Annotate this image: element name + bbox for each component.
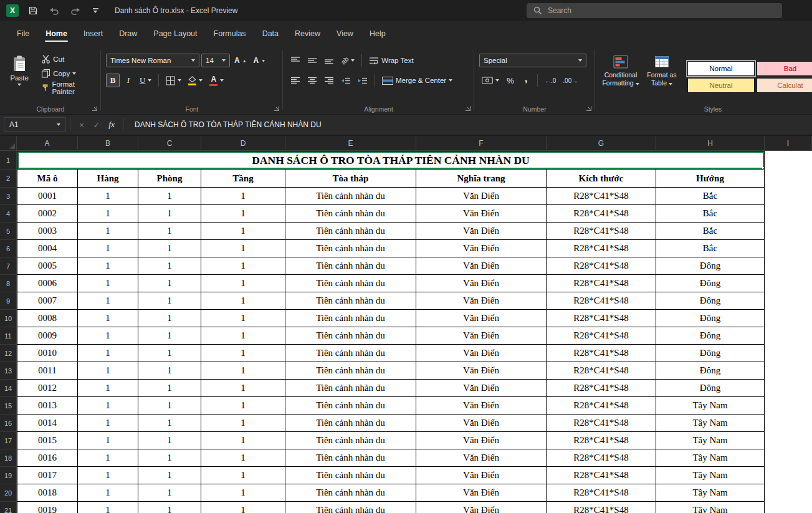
font-dialog-launcher[interactable] — [274, 106, 279, 111]
data-cell[interactable]: Tiên cảnh nhàn du — [285, 432, 416, 449]
data-cell[interactable]: 1 — [201, 380, 285, 397]
cell[interactable] — [765, 275, 812, 292]
ribbon-tab-home[interactable]: Home — [37, 24, 75, 45]
font-size-select[interactable]: 14 — [201, 54, 230, 67]
cell[interactable] — [765, 467, 812, 484]
data-cell[interactable]: Đông — [656, 362, 765, 380]
data-cell[interactable]: 1 — [78, 345, 138, 362]
data-cell[interactable]: Văn Điển — [416, 188, 547, 205]
search-box[interactable]: Search — [527, 3, 782, 18]
data-cell[interactable]: Văn Điển — [416, 432, 547, 449]
data-cell[interactable]: Văn Điển — [416, 292, 547, 310]
row-header-4[interactable]: 4 — [0, 205, 17, 223]
data-cell[interactable]: Tiên cảnh nhàn du — [285, 362, 416, 380]
row-header-10[interactable]: 10 — [0, 310, 17, 327]
column-header-H[interactable]: H — [656, 136, 765, 151]
data-cell[interactable]: Tiên cảnh nhàn du — [285, 240, 416, 257]
data-cell[interactable]: R28*C41*S48 — [547, 415, 656, 432]
cell[interactable] — [765, 397, 812, 415]
cell[interactable] — [765, 415, 812, 432]
align-bottom-button[interactable] — [322, 54, 337, 67]
data-cell[interactable]: 1 — [78, 223, 138, 240]
data-cell[interactable]: 1 — [201, 432, 285, 449]
ribbon-tab-insert[interactable]: Insert — [75, 24, 111, 45]
increase-indent-button[interactable] — [355, 74, 370, 87]
align-left-button[interactable] — [288, 74, 303, 87]
data-cell[interactable]: Văn Điển — [416, 467, 547, 484]
data-cell[interactable]: 1 — [201, 362, 285, 380]
data-cell[interactable]: 1 — [78, 362, 138, 380]
decrease-decimal-button[interactable]: .00→ — [560, 74, 580, 87]
merged-title-cell[interactable]: DANH SÁCH Ô TRO TÒA THÁP TIÊN CẢNH NHÀN … — [17, 151, 765, 170]
align-right-button[interactable] — [322, 74, 337, 87]
data-cell[interactable]: R28*C41*S48 — [547, 484, 656, 502]
data-cell[interactable]: Tiên cảnh nhàn du — [285, 275, 416, 292]
data-cell[interactable]: 1 — [201, 275, 285, 292]
enter-button[interactable]: ✓ — [89, 117, 104, 132]
data-cell[interactable]: 1 — [138, 362, 201, 380]
align-middle-button[interactable] — [305, 54, 320, 67]
data-cell[interactable]: Văn Điển — [416, 449, 547, 467]
header-cell[interactable]: Hướng — [656, 170, 765, 188]
data-cell[interactable]: Tiên cảnh nhàn du — [285, 310, 416, 327]
data-cell[interactable]: Văn Điển — [416, 223, 547, 240]
row-header-13[interactable]: 13 — [0, 362, 17, 380]
data-cell[interactable]: 1 — [138, 502, 201, 513]
data-cell[interactable]: R28*C41*S48 — [547, 345, 656, 362]
column-header-A[interactable]: A — [17, 136, 78, 151]
data-cell[interactable]: 1 — [78, 484, 138, 502]
data-cell[interactable]: 1 — [138, 467, 201, 484]
data-cell[interactable]: 1 — [138, 257, 201, 275]
clipboard-dialog-launcher[interactable] — [92, 106, 97, 111]
column-header-D[interactable]: D — [201, 136, 285, 151]
merge-center-button[interactable]: Merge & Center — [380, 74, 455, 87]
format-as-table-button[interactable]: Format as Table — [641, 52, 682, 106]
data-cell[interactable]: R28*C41*S48 — [547, 310, 656, 327]
data-cell[interactable]: 1 — [78, 502, 138, 513]
cell-style-normal[interactable]: Normal — [687, 61, 755, 76]
cell-style-bad[interactable]: Bad — [757, 61, 812, 76]
data-cell[interactable]: R28*C41*S48 — [547, 205, 656, 223]
data-cell[interactable]: 1 — [201, 240, 285, 257]
accounting-format-button[interactable] — [479, 74, 502, 87]
data-cell[interactable]: 0017 — [17, 467, 78, 484]
cell[interactable] — [765, 151, 812, 170]
data-cell[interactable]: 0002 — [17, 205, 78, 223]
data-cell[interactable]: R28*C41*S48 — [547, 188, 656, 205]
data-cell[interactable]: Đông — [656, 380, 765, 397]
cut-button[interactable]: Cut — [39, 52, 96, 65]
data-cell[interactable]: 0007 — [17, 292, 78, 310]
data-cell[interactable]: R28*C41*S48 — [547, 502, 656, 513]
ribbon-tab-help[interactable]: Help — [361, 24, 394, 45]
underline-button[interactable]: U — [137, 74, 154, 87]
cell[interactable] — [765, 188, 812, 205]
data-cell[interactable]: 1 — [78, 257, 138, 275]
data-cell[interactable]: 1 — [78, 292, 138, 310]
data-cell[interactable]: Văn Điển — [416, 205, 547, 223]
data-cell[interactable]: Tiên cảnh nhàn du — [285, 380, 416, 397]
cell[interactable] — [765, 362, 812, 380]
header-cell[interactable]: Kích thước — [547, 170, 656, 188]
data-cell[interactable]: Văn Điển — [416, 484, 547, 502]
data-cell[interactable]: 1 — [78, 380, 138, 397]
number-format-select[interactable]: Special — [479, 54, 586, 67]
data-cell[interactable]: Tiên cảnh nhàn du — [285, 257, 416, 275]
data-cell[interactable]: 1 — [138, 205, 201, 223]
data-cell[interactable]: 0004 — [17, 240, 78, 257]
header-cell[interactable]: Tầng — [201, 170, 285, 188]
data-cell[interactable]: Tây Nam — [656, 415, 765, 432]
bold-button[interactable]: B — [106, 74, 120, 87]
borders-button[interactable] — [163, 74, 184, 87]
data-cell[interactable]: Tiên cảnh nhàn du — [285, 415, 416, 432]
data-cell[interactable]: Văn Điển — [416, 327, 547, 345]
data-cell[interactable]: 0018 — [17, 484, 78, 502]
data-cell[interactable]: Văn Điển — [416, 397, 547, 415]
data-cell[interactable]: Văn Điển — [416, 345, 547, 362]
data-cell[interactable]: Tiên cảnh nhàn du — [285, 327, 416, 345]
data-cell[interactable]: 1 — [201, 397, 285, 415]
data-cell[interactable]: Văn Điển — [416, 380, 547, 397]
customize-quick-access-button[interactable] — [90, 4, 101, 17]
cell[interactable] — [765, 170, 812, 188]
alignment-dialog-launcher[interactable] — [466, 106, 470, 111]
header-cell[interactable]: Phòng — [138, 170, 201, 188]
